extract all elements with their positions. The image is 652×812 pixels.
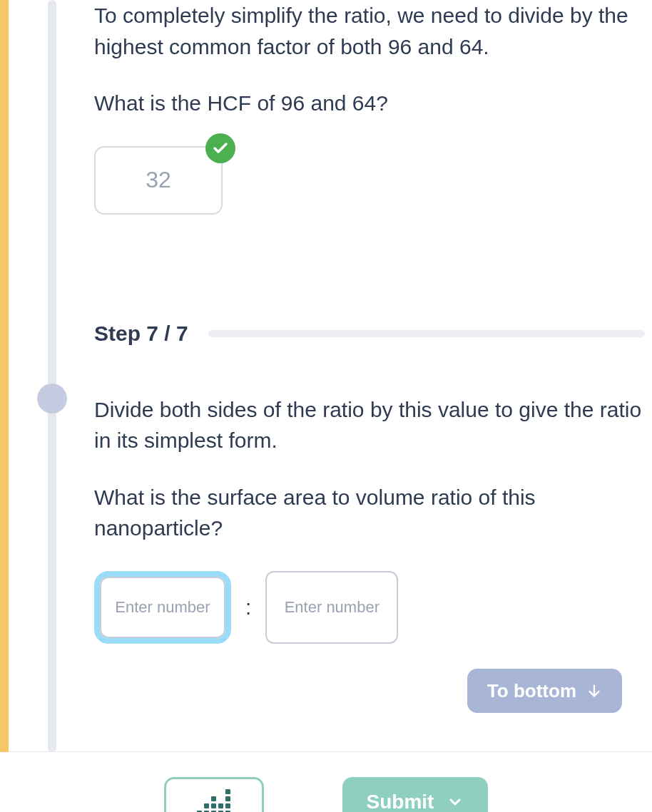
keypad-icon (197, 789, 230, 813)
content-region: To completely simplify the ratio, we nee… (9, 0, 652, 752)
to-bottom-label: To bottom (487, 680, 576, 702)
arrow-down-icon (586, 683, 602, 699)
submit-label: Submit (367, 791, 434, 812)
keypad-button[interactable] (164, 777, 264, 812)
prev-step-question-text: What is the HCF of 96 and 64? (94, 88, 645, 119)
correct-check-icon (205, 133, 235, 163)
step-timeline-dot (37, 384, 67, 413)
footer-bar: Submit (0, 763, 652, 812)
ratio-input-2[interactable] (265, 571, 398, 644)
ratio-input-row: : (94, 571, 645, 644)
submit-button[interactable]: Submit (342, 777, 489, 812)
step-header: Step 7 / 7 (94, 322, 645, 346)
progress-side-bar (0, 0, 9, 752)
page-root: To completely simplify the ratio, we nee… (0, 0, 652, 812)
prev-answer-value: 32 (146, 167, 171, 193)
chevron-down-icon (447, 793, 464, 811)
prev-step-intro-text: To completely simplify the ratio, we nee… (94, 0, 645, 62)
step-instruction-text: Divide both sides of the ratio by this v… (94, 394, 645, 456)
step-header-rule (208, 330, 645, 337)
step-timeline-track (48, 0, 56, 752)
to-bottom-button[interactable]: To bottom (467, 669, 622, 713)
content-column: To completely simplify the ratio, we nee… (94, 0, 645, 644)
ratio-separator: : (243, 595, 254, 620)
ratio-input-1-focus-ring (94, 571, 231, 644)
prev-answer-container: 32 (94, 146, 223, 215)
step-question-text: What is the surface area to volume ratio… (94, 482, 645, 544)
prev-answer-box: 32 (94, 146, 223, 215)
step-label: Step 7 / 7 (94, 322, 188, 346)
ratio-input-1[interactable] (100, 577, 225, 638)
